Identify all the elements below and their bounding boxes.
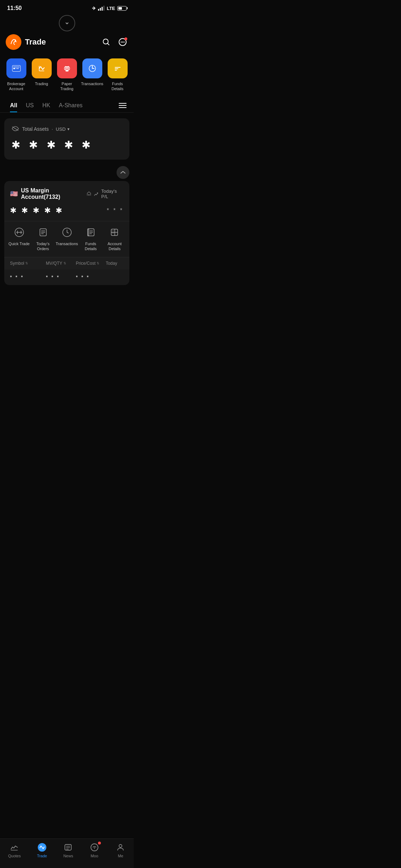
today-cell <box>106 274 124 280</box>
tab-us[interactable]: US <box>21 99 38 112</box>
brokerage-label: BrokerageAccount <box>7 81 25 92</box>
todays-orders-label: Today's Orders <box>32 241 55 252</box>
account-funds-button[interactable]: Funds Details <box>79 226 102 252</box>
total-assets-label: Total Assets · USD ▼ <box>11 125 122 133</box>
portfolio-table-header: Symbol ⇅ MV/QTY ⇅ Price/Cost ⇅ Today <box>4 257 129 269</box>
svg-point-17 <box>66 67 66 68</box>
account-card: 🇺🇸 US Margin Account(7132) Today's P/L ✱… <box>4 181 129 285</box>
account-funds-icon <box>84 226 98 239</box>
expand-chevron-button[interactable] <box>59 15 75 31</box>
svg-rect-26 <box>115 70 117 71</box>
account-transactions-button[interactable]: Transactions <box>56 226 78 252</box>
market-tabs: All US HK A-Shares <box>0 99 134 113</box>
account-transactions-label: Transactions <box>56 241 78 246</box>
eye-icon[interactable] <box>11 125 19 133</box>
svg-point-19 <box>68 67 68 68</box>
account-funds-label: Funds Details <box>79 241 102 252</box>
lte-label: LTE <box>107 6 115 11</box>
notification-badge <box>124 37 127 40</box>
pricecost-col-header[interactable]: Price/Cost ⇅ <box>76 261 106 266</box>
signal-bars <box>98 6 104 11</box>
tab-menu-button[interactable] <box>117 99 128 112</box>
currency-label: USD <box>56 126 66 132</box>
status-bar: 11:50 ✈ LTE <box>0 0 134 14</box>
svg-rect-34 <box>88 229 89 236</box>
assets-label-text: Total Assets <box>22 126 49 132</box>
account-details-icon <box>108 226 122 239</box>
quick-trade-label: Quick Trade <box>9 241 30 246</box>
app-title: Trade <box>25 37 46 47</box>
location-icon: ✈ <box>92 6 96 11</box>
svg-point-18 <box>67 67 67 68</box>
quick-access-bar: BrokerageAccount Trading <box>0 56 134 99</box>
svg-point-6 <box>124 42 125 43</box>
paper-trading-label: PaperTrading <box>60 81 73 92</box>
pricecost-sort-icon: ⇅ <box>97 262 99 265</box>
todays-orders-button[interactable]: Today's Orders <box>32 226 55 252</box>
paper-trading-icon <box>57 58 77 78</box>
transactions-label: Transactions <box>81 81 103 86</box>
quick-item-paper-trading[interactable]: PaperTrading <box>56 58 78 92</box>
status-time: 11:50 <box>7 5 22 11</box>
app-logo <box>6 34 21 50</box>
collapse-button[interactable] <box>117 166 129 179</box>
us-flag-icon: 🇺🇸 <box>10 190 18 198</box>
svg-rect-14 <box>65 66 69 71</box>
transactions-icon <box>82 58 102 78</box>
account-details-button[interactable]: AccountDetails <box>103 226 126 252</box>
tab-hk[interactable]: HK <box>38 99 55 112</box>
currency-selector[interactable]: USD ▼ <box>56 126 70 132</box>
battery-icon <box>117 6 127 11</box>
tab-all[interactable]: All <box>6 99 21 112</box>
svg-point-15 <box>66 70 67 72</box>
mvqty-col-header[interactable]: MV/QTY ⇅ <box>46 261 76 266</box>
quick-item-funds-details[interactable]: FundsDetails <box>107 58 128 92</box>
brokerage-icon <box>6 58 26 78</box>
account-name: US Margin Account(7132) <box>21 187 86 200</box>
symbol-sort-icon: ⇅ <box>25 262 28 265</box>
total-assets-value: ✱ ✱ ✱ ✱ ✱ <box>11 139 122 151</box>
todays-pl-button[interactable]: Today's P/L <box>86 188 124 199</box>
app-header: Trade <box>0 34 134 56</box>
quick-trade-button[interactable]: Quick Trade <box>8 226 31 252</box>
account-pl-hidden: * * * <box>107 207 124 214</box>
pricecost-cell: * * * <box>76 274 106 280</box>
trading-label: Trading <box>35 81 48 86</box>
svg-point-1 <box>15 40 16 41</box>
funds-details-label: FundsDetails <box>112 81 124 92</box>
search-button[interactable] <box>101 37 112 47</box>
svg-point-0 <box>8 37 19 47</box>
funds-icon <box>108 58 128 78</box>
quick-item-trading[interactable]: Trading <box>31 58 52 92</box>
table-row: * * * * * * * * * <box>4 269 129 285</box>
quick-item-brokerage[interactable]: BrokerageAccount <box>6 58 27 92</box>
account-actions-bar: Quick Trade Today's Orders Transactions <box>4 221 129 257</box>
quick-trade-icon <box>12 226 26 239</box>
trading-icon <box>32 58 52 78</box>
svg-rect-9 <box>13 68 15 69</box>
account-transactions-icon <box>60 226 74 239</box>
mvqty-cell: * * * <box>46 274 76 280</box>
account-balance-hidden: ✱ ✱ ✱ ✱ ✱ <box>10 206 63 215</box>
symbol-col-header[interactable]: Symbol ⇅ <box>10 261 46 266</box>
symbol-cell: * * * <box>10 274 46 280</box>
svg-rect-25 <box>115 68 118 69</box>
currency-dropdown-icon: ▼ <box>67 127 70 131</box>
today-col-header: Today <box>106 261 124 266</box>
svg-point-4 <box>121 42 122 43</box>
svg-rect-20 <box>66 69 68 69</box>
total-assets-card: Total Assets · USD ▼ ✱ ✱ ✱ ✱ ✱ <box>4 118 129 160</box>
account-details-label: AccountDetails <box>108 241 122 252</box>
mvqty-sort-icon: ⇅ <box>63 262 66 265</box>
messages-button[interactable] <box>117 37 128 47</box>
pl-label: Today's P/L <box>101 188 124 199</box>
todays-orders-icon <box>36 226 50 239</box>
tab-ashares[interactable]: A-Shares <box>55 99 87 112</box>
quick-item-transactions[interactable]: Transactions <box>82 58 103 92</box>
svg-rect-24 <box>115 67 120 68</box>
svg-point-5 <box>122 42 123 43</box>
svg-point-16 <box>67 70 68 72</box>
